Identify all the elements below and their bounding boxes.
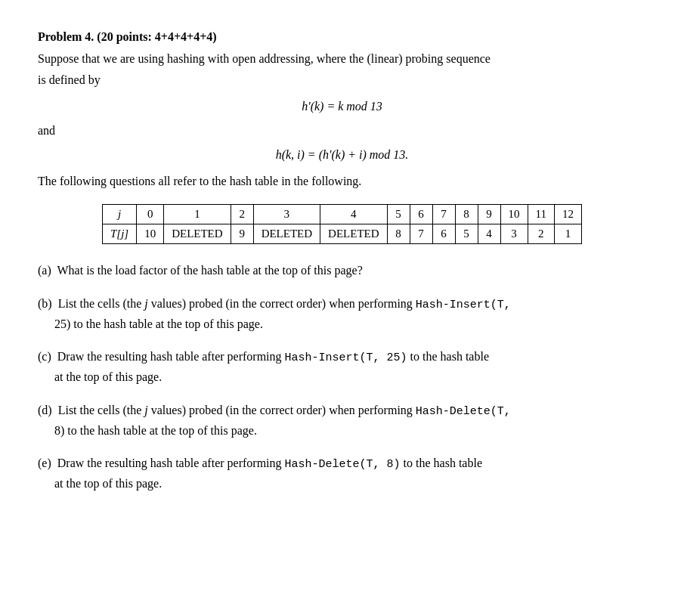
question-e-label: (e) — [38, 457, 54, 469]
cell-11: 2 — [528, 224, 554, 244]
question-d-label: (d) — [38, 404, 55, 416]
col-0: 0 — [137, 205, 164, 224]
formula1: h′(k) = k mod 13 — [302, 100, 382, 113]
col-8: 8 — [455, 205, 478, 224]
hash-table: j 0 1 2 3 4 5 6 7 8 9 10 11 12 T[j] 10 D… — [102, 204, 582, 244]
question-b-label: (b) — [38, 297, 55, 310]
questions-section: (a) What is the load factor of the hash … — [38, 261, 646, 494]
formula2: h(k, i) = (h′(k) + i) mod 13. — [276, 148, 409, 162]
cell-1: DELETED — [164, 224, 231, 244]
cell-12: 1 — [555, 224, 582, 244]
question-e: (e) Draw the resulting hash table after … — [38, 453, 646, 494]
col-9: 9 — [478, 205, 500, 224]
col-12: 12 — [555, 205, 582, 224]
intro-line2: is defined by — [38, 71, 646, 89]
question-b-line2: 25) to the hash table at the top of this… — [54, 314, 646, 334]
table-header-row: j 0 1 2 3 4 5 6 7 8 9 10 11 12 — [102, 205, 581, 224]
problem-title: Problem 4. (20 points: 4+4+4+4+4) — [38, 30, 646, 44]
intro-line1: Suppose that we are using hashing with o… — [38, 50, 646, 68]
question-d-text: List the cells (the j values) probed (in… — [58, 404, 511, 416]
cell-6: 7 — [410, 224, 432, 244]
question-d-line2: 8) to the hash table at the top of this … — [54, 421, 646, 441]
col-11: 11 — [528, 205, 554, 224]
formula2-block: h(k, i) = (h′(k) + i) mod 13. — [38, 148, 646, 162]
cell-8: 5 — [455, 224, 478, 244]
cell-3: DELETED — [253, 224, 320, 244]
followup-text: The following questions all refer to the… — [38, 172, 646, 190]
cell-4: DELETED — [320, 224, 387, 244]
question-c-line2: at the top of this page. — [54, 367, 646, 387]
hash-table-container: j 0 1 2 3 4 5 6 7 8 9 10 11 12 T[j] 10 D… — [38, 204, 646, 244]
col-3: 3 — [253, 205, 320, 224]
col-10: 10 — [500, 205, 528, 224]
cell-2: 9 — [231, 224, 253, 244]
question-e-line2: at the top of this page. — [54, 474, 646, 494]
question-c-text: Draw the resulting hash table after perf… — [57, 350, 489, 363]
cell-7: 6 — [432, 224, 455, 244]
question-b-text: List the cells (the j values) probed (in… — [58, 297, 511, 310]
question-a-label: (a) — [38, 264, 54, 277]
j-header: j — [102, 205, 136, 224]
table-data-row: T[j] 10 DELETED 9 DELETED DELETED 8 7 6 … — [102, 224, 581, 244]
col-5: 5 — [387, 205, 410, 224]
col-6: 6 — [410, 205, 432, 224]
question-d: (d) List the cells (the j values) probed… — [38, 401, 646, 441]
question-b: (b) List the cells (the j values) probed… — [38, 294, 646, 334]
cell-5: 8 — [387, 224, 410, 244]
question-a: (a) What is the load factor of the hash … — [38, 261, 646, 280]
formula1-block: h′(k) = k mod 13 — [38, 100, 646, 113]
col-7: 7 — [432, 205, 455, 224]
question-a-text: What is the load factor of the hash tabl… — [57, 264, 362, 277]
question-c-label: (c) — [38, 350, 54, 363]
cell-10: 3 — [500, 224, 528, 244]
col-1: 1 — [164, 205, 231, 224]
cell-0: 10 — [137, 224, 164, 244]
col-2: 2 — [231, 205, 253, 224]
problem-container: Problem 4. (20 points: 4+4+4+4+4) Suppos… — [38, 30, 646, 494]
tj-label: T[j] — [102, 224, 136, 244]
col-4: 4 — [320, 205, 387, 224]
and-text: and — [38, 124, 646, 138]
question-e-text: Draw the resulting hash table after perf… — [57, 457, 482, 469]
question-c: (c) Draw the resulting hash table after … — [38, 347, 646, 387]
cell-9: 4 — [478, 224, 500, 244]
